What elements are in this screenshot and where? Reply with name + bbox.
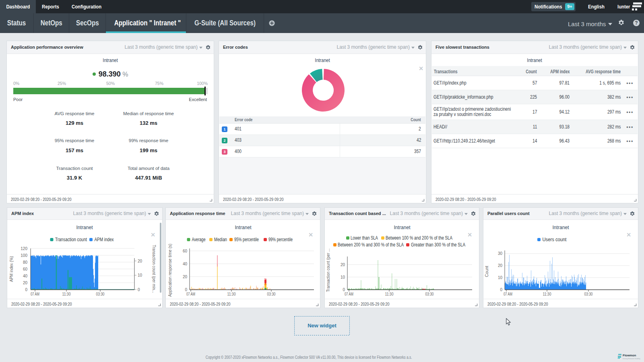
svg-text:11:30: 11:30 — [543, 292, 551, 296]
svg-text:99% percentile: 99% percentile — [268, 236, 293, 242]
svg-text:10: 10 — [498, 275, 503, 280]
svg-text:03:30: 03:30 — [96, 292, 105, 296]
svg-text:11:30: 11:30 — [62, 292, 71, 296]
svg-text:0: 0 — [185, 288, 187, 292]
svg-text:30: 30 — [498, 251, 503, 256]
svg-text:APM index (%): APM index (%) — [9, 256, 14, 282]
svg-text:Median: Median — [214, 236, 227, 242]
svg-text:20: 20 — [138, 259, 142, 263]
svg-text:Transaction count (per ...: Transaction count (per ... — [326, 248, 330, 292]
svg-text:Intranet: Intranet — [76, 224, 93, 230]
svg-text:Intranet: Intranet — [553, 224, 569, 230]
svg-text:Count: Count — [484, 266, 489, 277]
svg-text:10: 10 — [138, 273, 142, 277]
svg-text:Transaction count: Transaction count — [55, 236, 87, 242]
svg-text:Application response time (s): Application response time (s) — [167, 244, 172, 297]
svg-text:Users count: Users count — [543, 236, 567, 242]
svg-text:11:30: 11:30 — [385, 292, 394, 296]
svg-text:Between 200 % and 300 % of the: Between 200 % and 300 % of the SLA — [338, 242, 404, 248]
svg-text:APM index: APM index — [95, 236, 114, 242]
svg-text:0: 0 — [138, 288, 140, 292]
svg-text:0: 0 — [500, 288, 502, 292]
svg-text:40: 40 — [23, 274, 28, 278]
svg-text:Intranet: Intranet — [394, 224, 411, 230]
svg-text:0: 0 — [343, 288, 345, 292]
svg-text:60: 60 — [23, 267, 28, 271]
svg-text:03:30: 03:30 — [425, 292, 434, 296]
svg-text:100: 100 — [21, 253, 27, 258]
svg-text:03:30: 03:30 — [584, 292, 593, 296]
svg-text:Between 100 % and 200 % of the: Between 100 % and 200 % of the SLA — [386, 235, 452, 241]
svg-text:11:30: 11:30 — [227, 292, 236, 296]
svg-text:20: 20 — [498, 263, 503, 268]
svg-text:40: 40 — [183, 262, 188, 266]
svg-text:Average: Average — [192, 236, 206, 242]
svg-text:07 AM: 07 AM — [504, 292, 512, 296]
svg-text:07 AM: 07 AM — [345, 292, 353, 296]
svg-text:Greater than 300 % of the SLA: Greater than 300 % of the SLA — [411, 242, 465, 248]
svg-text:20: 20 — [341, 263, 345, 267]
svg-text:07 AM: 07 AM — [186, 292, 195, 296]
svg-text:95% percentile: 95% percentile — [234, 236, 259, 242]
svg-text:20: 20 — [183, 275, 188, 279]
svg-text:03:30: 03:30 — [267, 292, 276, 296]
svg-text:07 AM: 07 AM — [31, 292, 39, 296]
svg-text:20: 20 — [23, 281, 28, 285]
svg-text:Transaction count (per min...: Transaction count (per min... — [152, 245, 157, 293]
svg-text:Intranet: Intranet — [235, 224, 252, 230]
svg-text:120: 120 — [21, 246, 27, 251]
svg-text:60: 60 — [183, 249, 188, 253]
svg-text:10: 10 — [341, 275, 345, 279]
svg-text:0: 0 — [25, 288, 27, 292]
svg-text:80: 80 — [23, 260, 28, 265]
svg-text:Lower than SLA: Lower than SLA — [351, 235, 378, 241]
